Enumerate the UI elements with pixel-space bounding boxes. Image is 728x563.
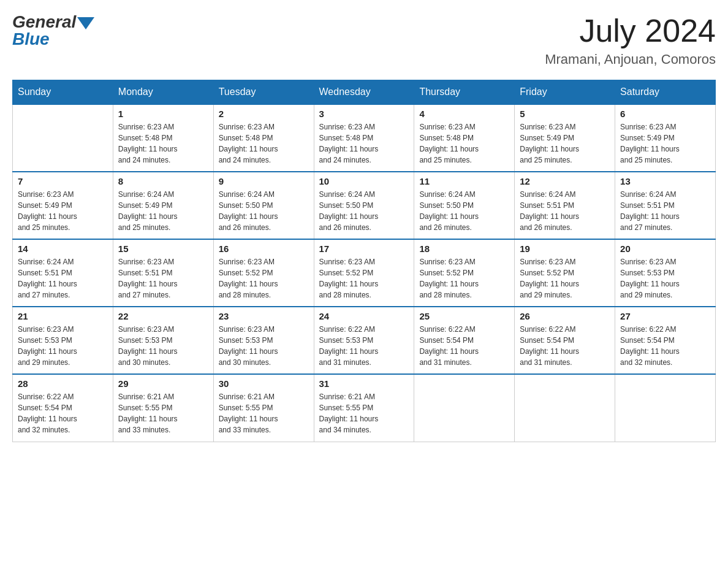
- day-number: 6: [620, 109, 710, 119]
- day-cell: 29Sunrise: 6:21 AM Sunset: 5:55 PM Dayli…: [113, 374, 213, 442]
- day-number: 1: [118, 109, 208, 119]
- day-number: 17: [319, 243, 409, 254]
- day-info: Sunrise: 6:23 AM Sunset: 5:52 PM Dayligh…: [319, 256, 409, 301]
- day-cell: 12Sunrise: 6:24 AM Sunset: 5:51 PM Dayli…: [515, 172, 615, 239]
- day-cell: 16Sunrise: 6:23 AM Sunset: 5:52 PM Dayli…: [213, 239, 314, 307]
- day-cell: 31Sunrise: 6:21 AM Sunset: 5:55 PM Dayli…: [314, 374, 414, 442]
- day-number: 27: [620, 311, 710, 321]
- day-number: 12: [520, 176, 610, 186]
- day-cell: 13Sunrise: 6:24 AM Sunset: 5:51 PM Dayli…: [615, 172, 716, 239]
- day-number: 13: [620, 176, 710, 186]
- header-row: SundayMondayTuesdayWednesdayThursdayFrid…: [13, 80, 716, 105]
- day-number: 10: [319, 176, 409, 186]
- week-row-3: 14Sunrise: 6:24 AM Sunset: 5:51 PM Dayli…: [13, 239, 716, 307]
- day-info: Sunrise: 6:23 AM Sunset: 5:51 PM Dayligh…: [118, 256, 208, 301]
- day-cell: 15Sunrise: 6:23 AM Sunset: 5:51 PM Dayli…: [113, 239, 213, 307]
- day-cell: 1Sunrise: 6:23 AM Sunset: 5:48 PM Daylig…: [113, 104, 213, 172]
- logo-triangle-icon: [77, 17, 94, 29]
- day-cell: 24Sunrise: 6:22 AM Sunset: 5:53 PM Dayli…: [314, 307, 414, 374]
- day-cell: 7Sunrise: 6:23 AM Sunset: 5:49 PM Daylig…: [13, 172, 113, 239]
- day-info: Sunrise: 6:24 AM Sunset: 5:50 PM Dayligh…: [419, 189, 509, 233]
- day-number: 3: [319, 109, 409, 119]
- day-cell: 21Sunrise: 6:23 AM Sunset: 5:53 PM Dayli…: [13, 307, 113, 374]
- day-info: Sunrise: 6:22 AM Sunset: 5:54 PM Dayligh…: [520, 324, 610, 368]
- day-cell: 6Sunrise: 6:23 AM Sunset: 5:49 PM Daylig…: [615, 104, 716, 172]
- day-number: 30: [219, 378, 309, 389]
- day-cell: 11Sunrise: 6:24 AM Sunset: 5:50 PM Dayli…: [414, 172, 515, 239]
- week-row-2: 7Sunrise: 6:23 AM Sunset: 5:49 PM Daylig…: [13, 172, 716, 239]
- header-cell-friday: Friday: [515, 80, 615, 105]
- day-cell: 19Sunrise: 6:23 AM Sunset: 5:52 PM Dayli…: [515, 239, 615, 307]
- day-info: Sunrise: 6:23 AM Sunset: 5:53 PM Dayligh…: [118, 324, 208, 368]
- day-info: Sunrise: 6:21 AM Sunset: 5:55 PM Dayligh…: [219, 391, 309, 435]
- day-info: Sunrise: 6:21 AM Sunset: 5:55 PM Dayligh…: [118, 391, 208, 435]
- week-row-5: 28Sunrise: 6:22 AM Sunset: 5:54 PM Dayli…: [13, 374, 716, 442]
- day-cell: 5Sunrise: 6:23 AM Sunset: 5:49 PM Daylig…: [515, 104, 615, 172]
- day-number: 26: [520, 311, 610, 321]
- day-cell: 27Sunrise: 6:22 AM Sunset: 5:54 PM Dayli…: [615, 307, 716, 374]
- day-number: 2: [219, 109, 309, 119]
- day-cell: 10Sunrise: 6:24 AM Sunset: 5:50 PM Dayli…: [314, 172, 414, 239]
- calendar-header: SundayMondayTuesdayWednesdayThursdayFrid…: [13, 80, 716, 105]
- day-info: Sunrise: 6:23 AM Sunset: 5:49 PM Dayligh…: [520, 121, 610, 166]
- day-info: Sunrise: 6:24 AM Sunset: 5:49 PM Dayligh…: [118, 189, 208, 233]
- day-info: Sunrise: 6:23 AM Sunset: 5:48 PM Dayligh…: [118, 121, 208, 166]
- day-info: Sunrise: 6:22 AM Sunset: 5:54 PM Dayligh…: [18, 391, 108, 435]
- day-number: 11: [419, 176, 509, 186]
- header-cell-sunday: Sunday: [13, 80, 113, 105]
- day-number: 14: [18, 243, 108, 254]
- day-cell: 2Sunrise: 6:23 AM Sunset: 5:48 PM Daylig…: [213, 104, 314, 172]
- month-year-title: July 2024: [545, 12, 716, 49]
- day-number: 23: [219, 311, 309, 321]
- header-cell-thursday: Thursday: [414, 80, 515, 105]
- day-cell: 14Sunrise: 6:24 AM Sunset: 5:51 PM Dayli…: [13, 239, 113, 307]
- day-info: Sunrise: 6:23 AM Sunset: 5:53 PM Dayligh…: [219, 324, 309, 368]
- day-number: 22: [118, 311, 208, 321]
- week-row-1: 1Sunrise: 6:23 AM Sunset: 5:48 PM Daylig…: [13, 104, 716, 172]
- day-cell: 22Sunrise: 6:23 AM Sunset: 5:53 PM Dayli…: [113, 307, 213, 374]
- day-info: Sunrise: 6:23 AM Sunset: 5:48 PM Dayligh…: [219, 121, 309, 166]
- day-number: 7: [18, 176, 108, 186]
- day-number: 5: [520, 109, 610, 119]
- day-info: Sunrise: 6:23 AM Sunset: 5:48 PM Dayligh…: [319, 121, 409, 166]
- day-cell: 9Sunrise: 6:24 AM Sunset: 5:50 PM Daylig…: [213, 172, 314, 239]
- day-number: 4: [419, 109, 509, 119]
- day-info: Sunrise: 6:22 AM Sunset: 5:54 PM Dayligh…: [419, 324, 509, 368]
- title-section: July 2024 Mramani, Anjouan, Comoros: [545, 12, 716, 67]
- header-cell-wednesday: Wednesday: [314, 80, 414, 105]
- logo-blue-text: Blue: [12, 29, 50, 49]
- day-info: Sunrise: 6:24 AM Sunset: 5:51 PM Dayligh…: [520, 189, 610, 233]
- day-info: Sunrise: 6:22 AM Sunset: 5:54 PM Dayligh…: [620, 324, 710, 368]
- day-info: Sunrise: 6:23 AM Sunset: 5:53 PM Dayligh…: [620, 256, 710, 301]
- day-cell: 30Sunrise: 6:21 AM Sunset: 5:55 PM Dayli…: [213, 374, 314, 442]
- day-number: 28: [18, 378, 108, 389]
- day-number: 18: [419, 243, 509, 254]
- calendar-body: 1Sunrise: 6:23 AM Sunset: 5:48 PM Daylig…: [13, 104, 716, 442]
- day-cell: [414, 374, 515, 442]
- day-info: Sunrise: 6:23 AM Sunset: 5:49 PM Dayligh…: [18, 189, 108, 233]
- day-cell: 18Sunrise: 6:23 AM Sunset: 5:52 PM Dayli…: [414, 239, 515, 307]
- day-cell: 17Sunrise: 6:23 AM Sunset: 5:52 PM Dayli…: [314, 239, 414, 307]
- day-info: Sunrise: 6:24 AM Sunset: 5:51 PM Dayligh…: [620, 189, 710, 233]
- day-number: 8: [118, 176, 208, 186]
- day-cell: 26Sunrise: 6:22 AM Sunset: 5:54 PM Dayli…: [515, 307, 615, 374]
- day-cell: 20Sunrise: 6:23 AM Sunset: 5:53 PM Dayli…: [615, 239, 716, 307]
- day-number: 25: [419, 311, 509, 321]
- day-number: 31: [319, 378, 409, 389]
- header-cell-monday: Monday: [113, 80, 213, 105]
- day-info: Sunrise: 6:23 AM Sunset: 5:52 PM Dayligh…: [520, 256, 610, 301]
- day-info: Sunrise: 6:23 AM Sunset: 5:52 PM Dayligh…: [219, 256, 309, 301]
- day-cell: 3Sunrise: 6:23 AM Sunset: 5:48 PM Daylig…: [314, 104, 414, 172]
- header-cell-saturday: Saturday: [615, 80, 716, 105]
- day-number: 20: [620, 243, 710, 254]
- day-cell: 25Sunrise: 6:22 AM Sunset: 5:54 PM Dayli…: [414, 307, 515, 374]
- header-cell-tuesday: Tuesday: [213, 80, 314, 105]
- day-cell: 23Sunrise: 6:23 AM Sunset: 5:53 PM Dayli…: [213, 307, 314, 374]
- day-info: Sunrise: 6:21 AM Sunset: 5:55 PM Dayligh…: [319, 391, 409, 435]
- page-header: General Blue July 2024 Mramani, Anjouan,…: [12, 12, 716, 67]
- location-subtitle: Mramani, Anjouan, Comoros: [545, 52, 716, 67]
- day-number: 29: [118, 378, 208, 389]
- day-info: Sunrise: 6:22 AM Sunset: 5:53 PM Dayligh…: [319, 324, 409, 368]
- day-info: Sunrise: 6:23 AM Sunset: 5:48 PM Dayligh…: [419, 121, 509, 166]
- day-number: 9: [219, 176, 309, 186]
